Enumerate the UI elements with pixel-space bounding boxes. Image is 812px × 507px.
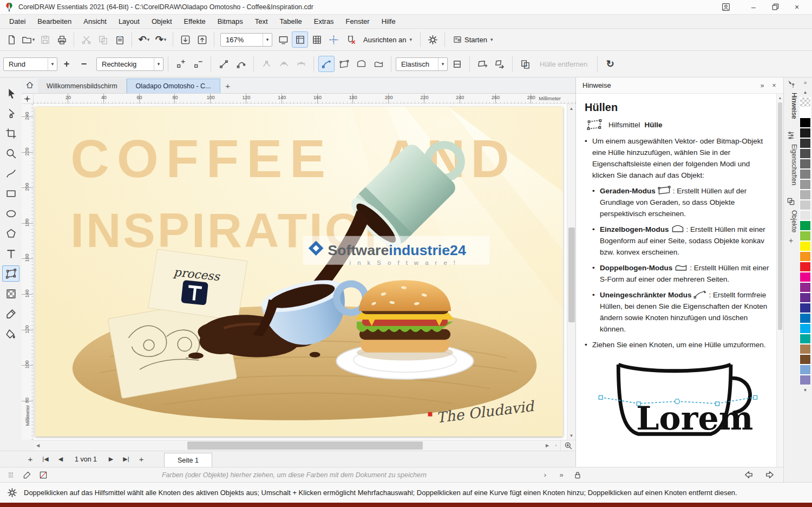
cut-button[interactable] xyxy=(78,31,94,48)
side-tab-hinweise[interactable]: Hinweise xyxy=(784,90,798,121)
next-page-button[interactable]: ▶ xyxy=(104,453,117,466)
color-swatch[interactable] xyxy=(800,282,811,292)
redo-button[interactable]: ↷▾ xyxy=(153,31,169,48)
text-tool[interactable] xyxy=(2,245,19,262)
scroll-left-icon[interactable]: ◀ xyxy=(34,440,42,451)
drag-handle-icon[interactable] xyxy=(5,470,16,480)
add-page-after-button[interactable]: + xyxy=(135,453,148,466)
zoom-fit-button[interactable] xyxy=(560,440,575,451)
color-swatch[interactable] xyxy=(800,354,811,365)
ellipse-tool[interactable] xyxy=(2,205,19,222)
rectangle-tool[interactable] xyxy=(2,185,19,202)
straight-line-envelope-mode-button[interactable] xyxy=(336,56,352,72)
snap-to-toggle[interactable] xyxy=(342,31,358,48)
fullscreen-preview-button[interactable] xyxy=(275,31,291,48)
palette-expand-icon[interactable]: › xyxy=(540,470,551,480)
palette-scroll-down-icon[interactable]: ▼ xyxy=(798,385,812,395)
show-grid-toggle[interactable] xyxy=(309,31,325,48)
menu-item[interactable]: Ansicht xyxy=(77,15,113,28)
shape-combobox[interactable]: Rechteckig ▾ xyxy=(96,57,163,71)
horizontal-scroll-track[interactable] xyxy=(42,440,543,451)
docker-float-icon[interactable]: » xyxy=(756,80,768,92)
color-swatch[interactable] xyxy=(800,375,811,385)
color-swatch[interactable] xyxy=(800,241,811,251)
double-arc-envelope-mode-button[interactable] xyxy=(370,56,387,72)
add-docker-button[interactable]: + xyxy=(784,235,798,246)
menu-item[interactable]: Datei xyxy=(3,15,31,28)
color-swatch[interactable] xyxy=(800,190,811,200)
shape-caret-icon[interactable]: ▾ xyxy=(154,58,163,70)
docker-close-icon[interactable]: × xyxy=(768,80,780,92)
mapping-mode-combobox[interactable]: Elastisch ▾ xyxy=(396,57,448,71)
palette-scroll-up-icon[interactable]: ▲ xyxy=(798,87,812,97)
pan-right-icon[interactable]: › xyxy=(552,440,560,451)
open-document-button[interactable]: ▾ xyxy=(20,31,36,48)
maximize-button[interactable] xyxy=(764,0,786,14)
side-tab-objekte[interactable]: Objekte xyxy=(784,208,798,235)
delete-node-button[interactable]: − xyxy=(76,56,92,72)
zoom-level-combobox[interactable]: 167% ▾ xyxy=(220,33,272,47)
show-guidelines-toggle[interactable] xyxy=(325,31,342,48)
launch-dropdown[interactable]: Starten ▾ xyxy=(449,31,497,48)
menu-item[interactable]: Tabelle xyxy=(274,15,308,28)
color-swatch[interactable] xyxy=(800,251,811,262)
menu-item[interactable]: Fenster xyxy=(340,15,376,28)
palette-flyout-icon[interactable]: » xyxy=(798,77,812,87)
zoom-caret-icon[interactable]: ▾ xyxy=(263,34,272,46)
palette-more-icon[interactable]: » xyxy=(556,470,567,480)
menu-item[interactable]: Layout xyxy=(113,15,146,28)
unconstrained-envelope-mode-button[interactable] xyxy=(318,56,335,72)
preset-caret-icon[interactable]: ▾ xyxy=(48,58,57,70)
options-gear-icon[interactable] xyxy=(424,31,441,48)
color-swatch[interactable] xyxy=(800,179,811,190)
color-swatch[interactable] xyxy=(800,292,811,303)
keep-lines-toggle[interactable] xyxy=(449,56,465,72)
menu-item[interactable]: Extras xyxy=(308,15,340,28)
mapping-caret-icon[interactable]: ▾ xyxy=(438,58,447,70)
freehand-tool[interactable] xyxy=(2,165,19,181)
color-swatch[interactable] xyxy=(800,148,811,159)
color-swatch[interactable] xyxy=(800,169,811,179)
color-swatch[interactable] xyxy=(800,159,811,169)
undo-button[interactable]: ↶▾ xyxy=(136,31,152,48)
eyedropper-tool[interactable] xyxy=(2,306,19,322)
docker-scrollbar[interactable]: ▲ xyxy=(776,94,783,467)
add-node-button[interactable]: + xyxy=(58,56,75,72)
add-node-segment-icon[interactable] xyxy=(173,56,189,72)
previous-page-button[interactable]: ◀ xyxy=(54,453,67,466)
scroll-down-icon[interactable]: ▼ xyxy=(567,431,575,440)
horizontal-ruler[interactable]: 20406080100120140160180200220240260280 M… xyxy=(34,94,575,104)
tab-document[interactable]: Oladapo Omotosho - C... xyxy=(127,79,220,93)
save-button[interactable] xyxy=(37,31,53,48)
document-page[interactable]: COFFEE AND INSPIRATION xyxy=(35,107,563,437)
open-caret-icon[interactable]: ▾ xyxy=(32,37,35,42)
color-swatch[interactable] xyxy=(800,200,811,210)
color-swatch[interactable] xyxy=(800,118,811,128)
minimize-button[interactable]: – xyxy=(743,0,764,14)
account-icon[interactable] xyxy=(717,0,735,14)
vertical-scroll-thumb[interactable] xyxy=(568,227,575,322)
first-page-button[interactable]: |◀ xyxy=(39,453,52,466)
palette-eyedropper-icon[interactable] xyxy=(22,470,32,480)
vertical-ruler[interactable]: 24022020018016014012010080 Millimeter xyxy=(22,104,34,440)
remove-envelope-button[interactable]: Hülle entfernen xyxy=(534,60,593,68)
color-swatch[interactable] xyxy=(800,220,811,231)
color-swatch[interactable] xyxy=(800,262,811,272)
menu-item[interactable]: Effekte xyxy=(178,15,212,28)
envelope-tool[interactable] xyxy=(2,265,19,282)
zoom-tool[interactable] xyxy=(2,145,19,161)
symmetrical-node-icon[interactable] xyxy=(293,56,309,72)
artwork[interactable]: COFFEE AND INSPIRATION xyxy=(35,107,563,437)
drawing-canvas[interactable]: COFFEE AND INSPIRATION xyxy=(34,104,567,440)
delete-node-segment-icon[interactable] xyxy=(190,56,206,72)
smooth-node-icon[interactable] xyxy=(276,56,292,72)
menu-item[interactable]: Text xyxy=(249,15,274,28)
horizontal-scrollbar[interactable]: ◀ ▶ › xyxy=(34,440,575,451)
tab-welcome-screen[interactable]: Willkommensbildschirm xyxy=(38,79,127,93)
color-swatch[interactable] xyxy=(800,365,811,375)
menu-item[interactable]: Objekt xyxy=(146,15,178,28)
docker-scroll-up-icon[interactable]: ▲ xyxy=(777,94,783,101)
no-color-swatch-icon[interactable] xyxy=(38,470,49,480)
color-swatch[interactable] xyxy=(800,210,811,220)
align-to-dropdown[interactable]: Ausrichten an ▾ xyxy=(359,31,416,48)
